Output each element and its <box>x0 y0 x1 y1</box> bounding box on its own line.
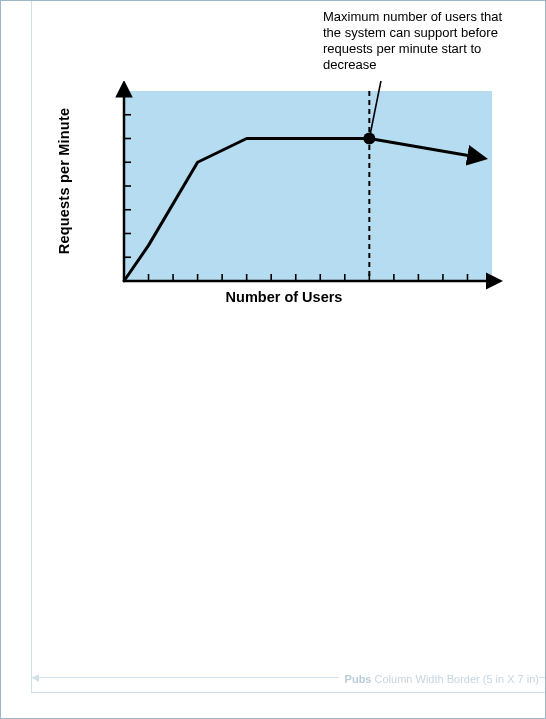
y-axis-label: Requests per Minute <box>56 81 72 281</box>
footer-label: Pubs Column Width Border (5 in X 7 in) <box>339 673 539 685</box>
svg-rect-0 <box>124 91 492 281</box>
content-frame: Maximum number of users that the system … <box>31 1 545 693</box>
footer-label-rest: Column Width Border (5 in X 7 in) <box>371 673 539 685</box>
footer-arrow-icon <box>32 674 39 682</box>
page: Maximum number of users that the system … <box>0 0 546 719</box>
x-axis-label: Number of Users <box>124 289 444 305</box>
footer-label-bold: Pubs <box>345 673 372 685</box>
annotation-text: Maximum number of users that the system … <box>323 9 523 72</box>
chart-svg <box>74 81 504 296</box>
throughput-chart: Requests per Minute Number of Users <box>74 81 504 300</box>
